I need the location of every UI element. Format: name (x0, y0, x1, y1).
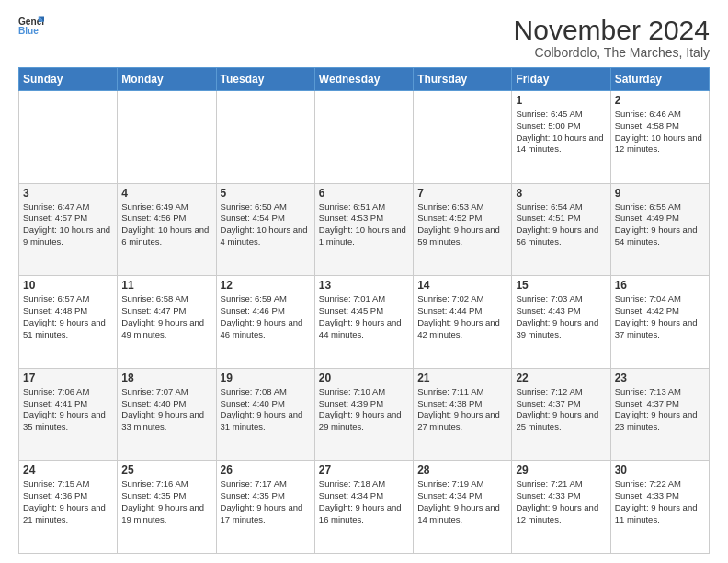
day-info: Sunrise: 6:45 AM Sunset: 5:00 PM Dayligh… (516, 109, 606, 155)
day-info: Sunrise: 7:13 AM Sunset: 4:37 PM Dayligh… (615, 386, 705, 433)
day-info: Sunrise: 6:49 AM Sunset: 4:56 PM Dayligh… (121, 201, 211, 248)
week-row-3: 10Sunrise: 6:57 AM Sunset: 4:48 PM Dayli… (19, 276, 710, 369)
page: General Blue November 2024 Colbordolo, T… (0, 0, 728, 563)
col-friday: Friday (512, 68, 610, 91)
calendar-cell (314, 91, 413, 184)
logo: General Blue (18, 15, 44, 40)
title-block: November 2024 Colbordolo, The Marches, I… (514, 15, 710, 60)
day-number: 11 (121, 279, 211, 292)
day-number: 17 (23, 372, 113, 385)
calendar-cell: 1Sunrise: 6:45 AM Sunset: 5:00 PM Daylig… (512, 91, 610, 184)
day-info: Sunrise: 7:15 AM Sunset: 4:36 PM Dayligh… (23, 478, 113, 525)
day-number: 15 (516, 279, 606, 292)
day-number: 1 (516, 94, 606, 107)
calendar-cell: 11Sunrise: 6:58 AM Sunset: 4:47 PM Dayli… (118, 276, 216, 369)
day-number: 20 (319, 372, 409, 385)
day-number: 16 (615, 279, 705, 292)
day-number: 14 (417, 279, 507, 292)
calendar-cell: 10Sunrise: 6:57 AM Sunset: 4:48 PM Dayli… (19, 276, 118, 369)
day-info: Sunrise: 6:51 AM Sunset: 4:53 PM Dayligh… (319, 201, 409, 248)
day-number: 13 (319, 279, 409, 292)
calendar-cell: 13Sunrise: 7:01 AM Sunset: 4:45 PM Dayli… (314, 276, 413, 369)
day-info: Sunrise: 7:11 AM Sunset: 4:38 PM Dayligh… (417, 386, 507, 433)
day-number: 12 (221, 279, 311, 292)
col-sunday: Sunday (19, 68, 118, 91)
day-info: Sunrise: 7:04 AM Sunset: 4:42 PM Dayligh… (615, 293, 705, 340)
day-info: Sunrise: 7:08 AM Sunset: 4:40 PM Dayligh… (221, 386, 311, 433)
calendar-cell: 30Sunrise: 7:22 AM Sunset: 4:33 PM Dayli… (610, 461, 709, 554)
calendar-header: Sunday Monday Tuesday Wednesday Thursday… (19, 68, 710, 91)
calendar-cell: 16Sunrise: 7:04 AM Sunset: 4:42 PM Dayli… (610, 276, 709, 369)
day-number: 27 (319, 464, 409, 477)
day-info: Sunrise: 6:54 AM Sunset: 4:51 PM Dayligh… (516, 201, 606, 248)
day-number: 9 (615, 187, 705, 200)
day-info: Sunrise: 6:59 AM Sunset: 4:46 PM Dayligh… (221, 293, 311, 340)
week-row-4: 17Sunrise: 7:06 AM Sunset: 4:41 PM Dayli… (19, 368, 710, 461)
main-title: November 2024 (514, 15, 710, 45)
calendar-cell: 19Sunrise: 7:08 AM Sunset: 4:40 PM Dayli… (216, 368, 314, 461)
calendar-cell: 12Sunrise: 6:59 AM Sunset: 4:46 PM Dayli… (216, 276, 314, 369)
day-info: Sunrise: 6:47 AM Sunset: 4:57 PM Dayligh… (23, 201, 113, 248)
calendar-body: 1Sunrise: 6:45 AM Sunset: 5:00 PM Daylig… (19, 91, 710, 554)
day-info: Sunrise: 7:12 AM Sunset: 4:37 PM Dayligh… (516, 386, 606, 433)
day-info: Sunrise: 7:16 AM Sunset: 4:35 PM Dayligh… (121, 478, 211, 525)
col-monday: Monday (118, 68, 216, 91)
subtitle: Colbordolo, The Marches, Italy (514, 45, 710, 60)
day-number: 8 (516, 187, 606, 200)
col-saturday: Saturday (610, 68, 709, 91)
calendar-cell (118, 91, 216, 184)
calendar-cell: 18Sunrise: 7:07 AM Sunset: 4:40 PM Dayli… (118, 368, 216, 461)
calendar-cell: 9Sunrise: 6:55 AM Sunset: 4:49 PM Daylig… (610, 183, 709, 276)
day-number: 28 (417, 464, 507, 477)
day-number: 21 (417, 372, 507, 385)
calendar-cell: 27Sunrise: 7:18 AM Sunset: 4:34 PM Dayli… (314, 461, 413, 554)
day-info: Sunrise: 7:07 AM Sunset: 4:40 PM Dayligh… (121, 386, 211, 433)
calendar-cell (414, 91, 512, 184)
calendar-cell: 3Sunrise: 6:47 AM Sunset: 4:57 PM Daylig… (19, 183, 118, 276)
week-row-5: 24Sunrise: 7:15 AM Sunset: 4:36 PM Dayli… (19, 461, 710, 554)
week-row-2: 3Sunrise: 6:47 AM Sunset: 4:57 PM Daylig… (19, 183, 710, 276)
calendar-cell: 2Sunrise: 6:46 AM Sunset: 4:58 PM Daylig… (610, 91, 709, 184)
day-number: 2 (615, 94, 705, 107)
day-info: Sunrise: 6:57 AM Sunset: 4:48 PM Dayligh… (23, 293, 113, 340)
day-info: Sunrise: 7:22 AM Sunset: 4:33 PM Dayligh… (615, 478, 705, 525)
calendar-cell (216, 91, 314, 184)
day-info: Sunrise: 7:02 AM Sunset: 4:44 PM Dayligh… (417, 293, 507, 340)
calendar-cell: 6Sunrise: 6:51 AM Sunset: 4:53 PM Daylig… (314, 183, 413, 276)
calendar-cell: 17Sunrise: 7:06 AM Sunset: 4:41 PM Dayli… (19, 368, 118, 461)
day-info: Sunrise: 7:10 AM Sunset: 4:39 PM Dayligh… (319, 386, 409, 433)
day-info: Sunrise: 7:06 AM Sunset: 4:41 PM Dayligh… (23, 386, 113, 433)
calendar-cell: 4Sunrise: 6:49 AM Sunset: 4:56 PM Daylig… (118, 183, 216, 276)
calendar-cell: 15Sunrise: 7:03 AM Sunset: 4:43 PM Dayli… (512, 276, 610, 369)
day-number: 19 (221, 372, 311, 385)
svg-text:Blue: Blue (18, 26, 39, 36)
day-number: 25 (121, 464, 211, 477)
calendar-cell: 23Sunrise: 7:13 AM Sunset: 4:37 PM Dayli… (610, 368, 709, 461)
calendar-cell: 14Sunrise: 7:02 AM Sunset: 4:44 PM Dayli… (414, 276, 512, 369)
calendar-table: Sunday Monday Tuesday Wednesday Thursday… (18, 67, 710, 554)
day-number: 22 (516, 372, 606, 385)
day-info: Sunrise: 7:01 AM Sunset: 4:45 PM Dayligh… (319, 293, 409, 340)
day-number: 23 (615, 372, 705, 385)
day-info: Sunrise: 7:03 AM Sunset: 4:43 PM Dayligh… (516, 293, 606, 340)
calendar-cell: 29Sunrise: 7:21 AM Sunset: 4:33 PM Dayli… (512, 461, 610, 554)
calendar-cell: 22Sunrise: 7:12 AM Sunset: 4:37 PM Dayli… (512, 368, 610, 461)
logo-icon: General Blue (18, 15, 44, 40)
calendar-cell: 7Sunrise: 6:53 AM Sunset: 4:52 PM Daylig… (414, 183, 512, 276)
day-info: Sunrise: 7:21 AM Sunset: 4:33 PM Dayligh… (516, 478, 606, 525)
col-tuesday: Tuesday (216, 68, 314, 91)
day-number: 7 (417, 187, 507, 200)
day-info: Sunrise: 6:46 AM Sunset: 4:58 PM Dayligh… (615, 109, 705, 155)
day-number: 4 (121, 187, 211, 200)
day-info: Sunrise: 6:50 AM Sunset: 4:54 PM Dayligh… (221, 201, 311, 248)
day-info: Sunrise: 6:58 AM Sunset: 4:47 PM Dayligh… (121, 293, 211, 340)
day-number: 30 (615, 464, 705, 477)
day-number: 10 (23, 279, 113, 292)
calendar-cell: 25Sunrise: 7:16 AM Sunset: 4:35 PM Dayli… (118, 461, 216, 554)
calendar-cell (19, 91, 118, 184)
day-info: Sunrise: 7:18 AM Sunset: 4:34 PM Dayligh… (319, 478, 409, 525)
day-number: 24 (23, 464, 113, 477)
calendar-cell: 21Sunrise: 7:11 AM Sunset: 4:38 PM Dayli… (414, 368, 512, 461)
col-wednesday: Wednesday (314, 68, 413, 91)
calendar-cell: 5Sunrise: 6:50 AM Sunset: 4:54 PM Daylig… (216, 183, 314, 276)
